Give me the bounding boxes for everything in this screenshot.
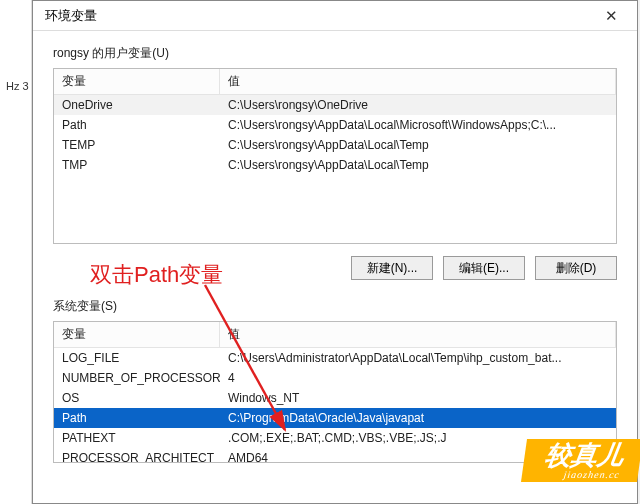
col-val[interactable]: 值: [220, 69, 616, 94]
user-buttons: 新建(N)... 编辑(E)... 删除(D): [53, 256, 617, 280]
cell-var: LOG_FILE: [54, 348, 220, 368]
cell-val: C:\Users\rongsy\AppData\Local\Temp: [220, 135, 616, 155]
cell-var: Path: [54, 408, 220, 428]
col-var[interactable]: 变量: [54, 322, 220, 347]
dialog-title: 环境变量: [45, 7, 97, 25]
table-row-selected[interactable]: Path C:\ProgramData\Oracle\Java\javapat: [54, 408, 616, 428]
cell-val: 4: [220, 368, 616, 388]
cell-var: TEMP: [54, 135, 220, 155]
sys-vars-label: 系统变量(S): [53, 298, 617, 315]
table-row[interactable]: OS Windows_NT: [54, 388, 616, 408]
cell-val: Windows_NT: [220, 388, 616, 408]
user-vars-label: rongsy 的用户变量(U): [53, 45, 617, 62]
table-row[interactable]: TEMP C:\Users\rongsy\AppData\Local\Temp: [54, 135, 616, 155]
cell-val: C:\Users\rongsy\AppData\Local\Temp: [220, 155, 616, 175]
table-row[interactable]: LOG_FILE C:\Users\Administrator\AppData\…: [54, 348, 616, 368]
cell-var: OS: [54, 388, 220, 408]
watermark-small: jiaozhen.cc: [541, 469, 621, 480]
table-row[interactable]: Path C:\Users\rongsy\AppData\Local\Micro…: [54, 115, 616, 135]
col-var[interactable]: 变量: [54, 69, 220, 94]
watermark: 较真儿 jiaozhen.cc: [521, 439, 640, 482]
table-row[interactable]: NUMBER_OF_PROCESSORS 4: [54, 368, 616, 388]
cell-val: C:\ProgramData\Oracle\Java\javapat: [220, 408, 616, 428]
bg-hz-text: Hz 3: [6, 80, 29, 92]
user-vars-section: rongsy 的用户变量(U) 变量 值 OneDrive C:\Users\r…: [53, 45, 617, 280]
delete-button[interactable]: 删除(D): [535, 256, 617, 280]
new-button[interactable]: 新建(N)...: [351, 256, 433, 280]
cell-var: OneDrive: [54, 95, 220, 115]
env-vars-dialog: 环境变量 ✕ rongsy 的用户变量(U) 变量 值 OneDrive C:\…: [32, 0, 638, 504]
cell-var: NUMBER_OF_PROCESSORS: [54, 368, 220, 388]
col-val[interactable]: 值: [220, 322, 616, 347]
cell-var: PATHEXT: [54, 428, 220, 448]
titlebar: 环境变量 ✕: [33, 1, 637, 31]
table-row[interactable]: OneDrive C:\Users\rongsy\OneDrive: [54, 95, 616, 115]
table-header: 变量 值: [54, 69, 616, 95]
cell-var: PROCESSOR_ARCHITECT: [54, 448, 220, 463]
cell-val: C:\Users\rongsy\AppData\Local\Microsoft\…: [220, 115, 616, 135]
dialog-body: rongsy 的用户变量(U) 变量 值 OneDrive C:\Users\r…: [33, 31, 637, 477]
cell-val: C:\Users\Administrator\AppData\Local\Tem…: [220, 348, 616, 368]
table-row[interactable]: TMP C:\Users\rongsy\AppData\Local\Temp: [54, 155, 616, 175]
cell-var: Path: [54, 115, 220, 135]
close-icon[interactable]: ✕: [593, 4, 629, 28]
cell-var: TMP: [54, 155, 220, 175]
user-vars-table[interactable]: 变量 值 OneDrive C:\Users\rongsy\OneDrive P…: [53, 68, 617, 244]
background-panel: Hz 3: [0, 0, 32, 504]
table-header: 变量 值: [54, 322, 616, 348]
edit-button[interactable]: 编辑(E)...: [443, 256, 525, 280]
watermark-big: 较真儿: [543, 443, 625, 469]
cell-val: C:\Users\rongsy\OneDrive: [220, 95, 616, 115]
